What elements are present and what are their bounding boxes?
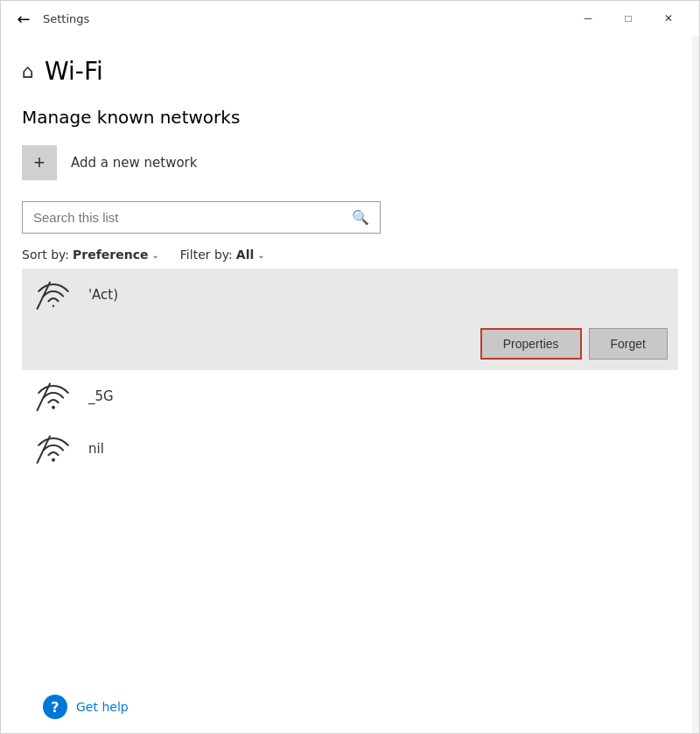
wifi-icon-0 [32, 277, 74, 312]
filter-chevron-icon[interactable]: ⌄ [257, 250, 264, 260]
svg-point-1 [52, 406, 55, 409]
network-name-1: _5G [88, 388, 668, 404]
footer: ? Get help [22, 681, 678, 733]
svg-point-3 [52, 458, 55, 462]
network-item-main-1: _5G [22, 370, 678, 423]
help-icon: ? [43, 695, 67, 719]
filter-label: Filter by: All ⌄ [180, 248, 265, 262]
forget-button[interactable]: Forget [589, 328, 668, 360]
network-item-2[interactable]: nil [22, 423, 678, 475]
sort-value[interactable]: Preference [73, 248, 148, 262]
network-list: 'Act) Properties Forget [22, 269, 678, 475]
network-name-0: 'Act) [88, 287, 668, 303]
network-item-main-0: 'Act) [22, 269, 678, 321]
search-icon: 🔍 [352, 209, 369, 226]
search-input[interactable] [33, 210, 352, 225]
wifi-icon-2 [32, 431, 74, 466]
add-network-row: + Add a new network [22, 145, 678, 180]
network-name-2: nil [88, 441, 668, 457]
maximize-button[interactable]: □ [608, 4, 648, 32]
add-network-label: Add a new network [71, 155, 197, 171]
back-button[interactable]: ← [11, 6, 36, 31]
network-item-0[interactable]: 'Act) Properties Forget [22, 269, 678, 370]
get-help-link[interactable]: Get help [76, 700, 129, 714]
add-network-button[interactable]: + [22, 145, 57, 180]
network-buttons-0: Properties Forget [22, 321, 678, 370]
window-controls: ─ □ ✕ [568, 4, 689, 32]
page-header: ⌂ Wi-Fi [22, 57, 678, 86]
filter-value[interactable]: All [236, 248, 254, 262]
close-button[interactable]: ✕ [648, 4, 689, 32]
network-item-main-2: nil [22, 423, 678, 475]
wifi-icon-1 [32, 379, 74, 414]
search-box[interactable]: 🔍 [22, 201, 381, 234]
filter-by-text: Filter by: [180, 248, 233, 262]
properties-button[interactable]: Properties [480, 328, 582, 360]
section-title: Manage known networks [22, 107, 678, 128]
settings-window: ← Settings ─ □ ✕ ⌂ Wi-Fi Manage known ne… [0, 0, 700, 734]
sort-filter-row: Sort by: Preference ⌄ Filter by: All ⌄ [22, 248, 678, 262]
network-item-1[interactable]: _5G [22, 370, 678, 423]
title-bar: ← Settings ─ □ ✕ [1, 1, 699, 36]
page-title: Wi-Fi [45, 57, 103, 86]
sort-by-text: Sort by: [22, 248, 69, 262]
sort-chevron-icon[interactable]: ⌄ [151, 250, 158, 260]
home-icon: ⌂ [22, 60, 34, 82]
sort-label: Sort by: Preference ⌄ [22, 248, 159, 262]
window-title: Settings [43, 12, 568, 25]
minimize-button[interactable]: ─ [568, 4, 608, 32]
content-area: ⌂ Wi-Fi Manage known networks + Add a ne… [1, 36, 699, 733]
